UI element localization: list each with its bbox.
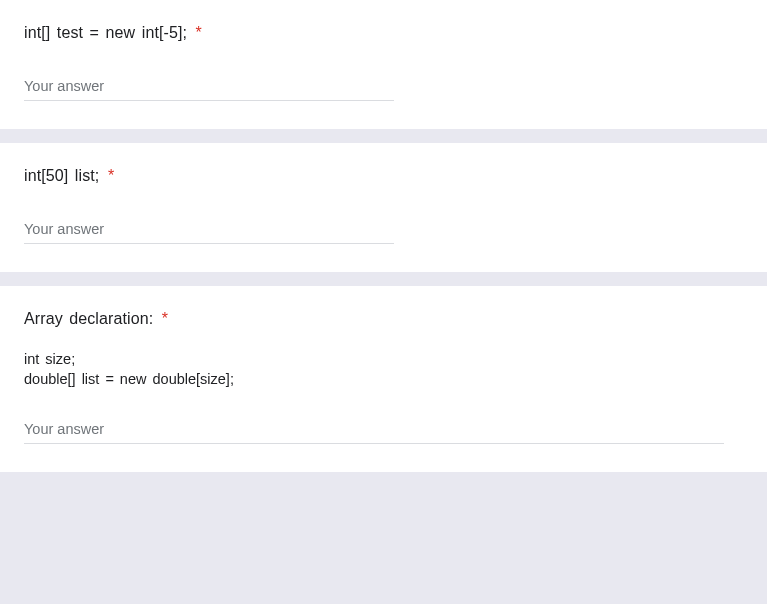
question-card-3: Array declaration: * int size; double[] … xyxy=(0,286,767,472)
question-card-2: int[50] list; * xyxy=(0,143,767,272)
answer-input[interactable] xyxy=(24,74,394,101)
code-line: int size; xyxy=(24,350,743,370)
question-card-1: int[] test = new int[-5]; * xyxy=(0,0,767,129)
answer-input[interactable] xyxy=(24,417,724,444)
required-marker: * xyxy=(196,24,202,41)
prompt-text: Array declaration: xyxy=(24,310,153,327)
required-marker: * xyxy=(108,167,114,184)
prompt-text: int[] test = new int[-5]; xyxy=(24,24,187,41)
required-marker: * xyxy=(162,310,168,327)
question-prompt: Array declaration: * xyxy=(24,310,743,328)
question-prompt: int[] test = new int[-5]; * xyxy=(24,24,743,42)
code-snippet: int size; double[] list = new double[siz… xyxy=(24,350,743,389)
prompt-text: int[50] list; xyxy=(24,167,99,184)
answer-input[interactable] xyxy=(24,217,394,244)
question-prompt: int[50] list; * xyxy=(24,167,743,185)
code-line: double[] list = new double[size]; xyxy=(24,370,743,390)
